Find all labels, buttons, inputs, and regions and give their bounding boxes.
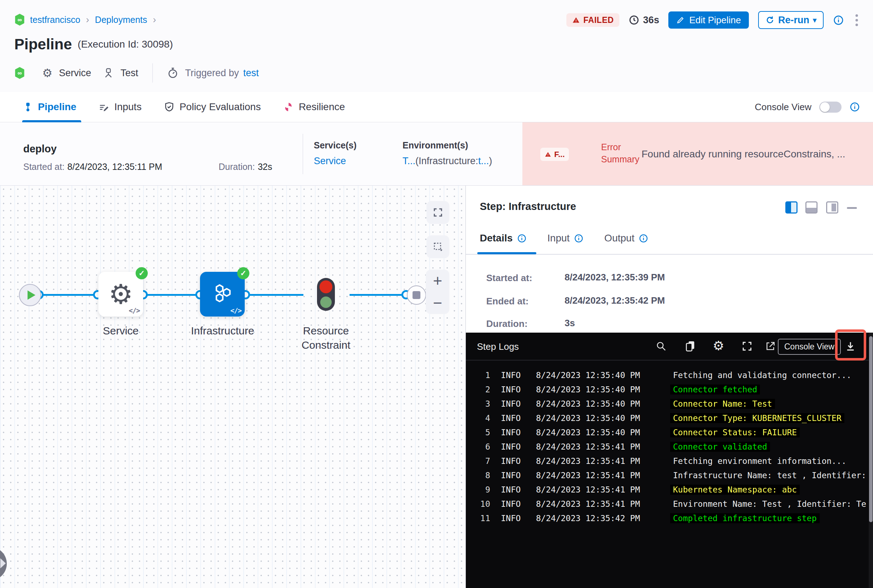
log-line: 8INFO8/24/2023 12:35:41 PMInfrastructure…	[466, 468, 868, 483]
log-line: 2INFO8/24/2023 12:35:40 PMConnector fetc…	[466, 382, 868, 397]
breadcrumb-deployments-link[interactable]: Deployments	[95, 15, 147, 25]
service-link[interactable]: Service	[314, 156, 346, 166]
failed-chip: F...	[540, 148, 569, 161]
stop-icon	[413, 291, 421, 299]
log-line: 9INFO8/24/2023 12:35:41 PMKubernetes Nam…	[466, 483, 868, 497]
stage-duration: Duration: 32s	[219, 162, 272, 172]
step-node-infrastructure[interactable]: ✓ </>	[200, 272, 245, 316]
header-actions: FAILED 36s Edit Pipeline Re-run ▾	[566, 11, 860, 29]
step-logs-console: Step Logs ⚙ Console View 1INFO8/24/2023 …	[466, 333, 873, 588]
more-options-menu[interactable]	[853, 12, 860, 28]
harness-logo-icon: ∞	[14, 67, 26, 79]
expand-nav-button[interactable]	[0, 547, 7, 580]
logs-scrollbar-track	[869, 333, 873, 588]
service-name: Service	[59, 68, 91, 79]
success-check-badge: ✓	[135, 267, 148, 279]
chevron-down-icon: ▾	[813, 16, 816, 24]
log-line: 6INFO8/24/2023 12:35:41 PMConnector vali…	[466, 440, 868, 454]
step-panel-title: Step: Infrastructure	[480, 201, 576, 213]
active-tab-underline	[477, 252, 536, 254]
triggered-by-label: Triggered by	[185, 68, 239, 79]
success-check-badge: ✓	[237, 267, 249, 279]
tab-inputs[interactable]: Inputs	[98, 92, 141, 122]
tab-resilience[interactable]: Resilience	[283, 92, 345, 122]
trigger-user-link[interactable]: test	[243, 68, 259, 79]
stage-name: deploy	[23, 143, 57, 155]
resilience-icon	[283, 102, 294, 112]
minimize-panel-button[interactable]	[847, 207, 857, 209]
expand-logs-icon[interactable]	[741, 340, 753, 352]
tab-input[interactable]: Input	[547, 232, 583, 244]
services-label: Service(s)	[314, 140, 357, 151]
infrastructure-link[interactable]: t...	[478, 156, 489, 166]
tab-output[interactable]: Output	[604, 232, 648, 244]
detail-duration-value: 3s	[565, 318, 575, 329]
logs-scrollbar-thumb[interactable]	[869, 336, 873, 522]
log-settings-gear-icon[interactable]: ⚙	[713, 339, 724, 353]
info-icon[interactable]	[639, 234, 648, 243]
svg-text:∞: ∞	[18, 16, 22, 23]
copy-icon[interactable]	[684, 340, 696, 352]
log-line: 7INFO8/24/2023 12:35:41 PMFetching envir…	[466, 454, 868, 468]
error-summary-region: F... Error Summary Found already running…	[522, 122, 873, 185]
play-icon	[27, 290, 35, 300]
info-icon[interactable]	[833, 15, 844, 26]
execution-tabbar: Pipeline Inputs Policy Evaluations Resil…	[0, 92, 873, 122]
canvas-fullscreen-button[interactable]	[427, 201, 449, 224]
page-title: Pipeline	[14, 36, 72, 53]
error-summary-label: Error Summary	[601, 141, 639, 165]
node-label: Infrastructure	[179, 324, 266, 338]
console-view-control: Console View	[754, 92, 860, 122]
info-icon[interactable]	[574, 234, 583, 243]
code-glyph: </>	[230, 306, 242, 314]
tab-pipeline[interactable]: Pipeline	[23, 92, 76, 122]
breadcrumb-account-link[interactable]: testfrancisco	[30, 15, 80, 25]
refresh-icon	[765, 15, 775, 25]
pipeline-graph-canvas: ⚙ ✓ </> ✓ </> Service Infrastructure Res…	[0, 186, 466, 588]
services-block: Service(s) Service	[314, 140, 357, 166]
step-node-resource-constraint[interactable]	[317, 278, 335, 311]
console-view-toggle[interactable]	[819, 102, 841, 112]
canvas-select-button[interactable]	[427, 236, 449, 258]
console-view-button[interactable]: Console View	[778, 339, 841, 355]
warning-triangle-icon	[572, 16, 580, 24]
layout-right-view-button[interactable]	[785, 201, 798, 213]
environment-link[interactable]: T...	[403, 156, 415, 166]
execution-id: (Execution Id: 30098)	[78, 39, 173, 50]
zoom-in-button[interactable]: +	[433, 273, 442, 289]
edit-pipeline-button[interactable]: Edit Pipeline	[668, 12, 749, 28]
log-line: 4INFO8/24/2023 12:35:40 PMConnector Type…	[466, 411, 868, 425]
step-node-service[interactable]: ⚙ ✓ </>	[98, 272, 143, 316]
end-node	[407, 285, 426, 305]
shield-check-icon	[164, 102, 174, 112]
start-node	[19, 284, 41, 306]
search-icon[interactable]	[655, 340, 667, 352]
graph-edge	[350, 294, 406, 296]
step-panel-tabs: Details Input Output	[480, 232, 648, 244]
download-logs-icon[interactable]	[844, 340, 856, 352]
graph-edge	[245, 294, 304, 296]
layout-minimized-view-button[interactable]	[826, 201, 838, 213]
info-icon[interactable]	[849, 102, 860, 112]
zoom-out-button[interactable]: −	[433, 295, 442, 311]
breadcrumb-separator: ›	[86, 14, 89, 26]
rerun-button[interactable]: Re-run ▾	[758, 11, 823, 29]
detail-started-value: 8/24/2023, 12:35:39 PM	[565, 272, 665, 283]
page-header: ∞ testfrancisco › Deployments › FAILED 3…	[0, 0, 873, 92]
breadcrumb: ∞ testfrancisco › Deployments ›	[14, 14, 158, 26]
detail-started-label: Started at:	[486, 273, 532, 284]
environments-label: Environment(s)	[403, 140, 492, 151]
environment-infra-suffix: )	[489, 156, 492, 166]
open-external-icon[interactable]	[765, 340, 776, 352]
stopwatch-icon	[167, 67, 179, 79]
title-row: Pipeline (Execution Id: 30098)	[14, 36, 173, 53]
tab-policy-evaluations[interactable]: Policy Evaluations	[164, 92, 261, 122]
detail-ended-value: 8/24/2023, 12:35:42 PM	[565, 295, 665, 306]
layout-bottom-view-button[interactable]	[805, 201, 817, 213]
logs-header-divider	[466, 360, 873, 360]
detail-ended-label: Ended at:	[486, 296, 529, 307]
environment-icon	[103, 67, 114, 79]
info-icon[interactable]	[517, 234, 527, 243]
tab-details[interactable]: Details	[480, 232, 527, 244]
console-view-label: Console View	[754, 102, 811, 112]
